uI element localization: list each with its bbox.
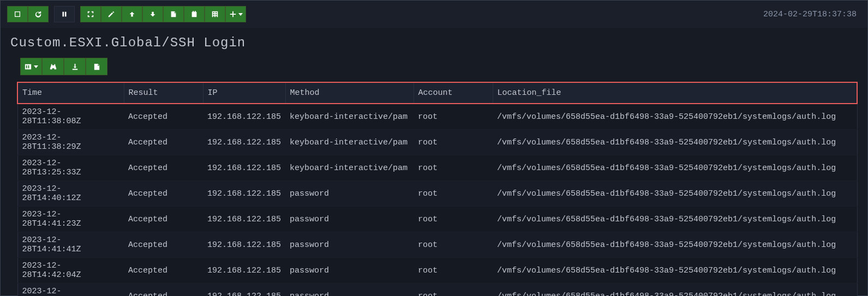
export-button[interactable]	[163, 6, 184, 22]
edit-button[interactable]	[101, 6, 122, 22]
cell-account: root	[414, 283, 493, 297]
cell-result: Accepted	[124, 181, 203, 207]
cell-method: keyboard-interactive/pam	[285, 155, 414, 181]
svg-rect-0	[15, 12, 20, 17]
table-row[interactable]: 2023-12-28T11:38:08ZAccepted192.168.122.…	[17, 104, 857, 130]
table-body: 2023-12-28T11:38:08ZAccepted192.168.122.…	[17, 104, 857, 296]
up-button[interactable]	[122, 6, 142, 22]
cell-location: /vmfs/volumes/658d55ea-d1bf6498-33a9-525…	[493, 104, 857, 130]
cell-method: keyboard-interactive/pam	[285, 130, 414, 155]
file-csv-icon	[93, 63, 101, 71]
cell-location: /vmfs/volumes/658d55ea-d1bf6498-33a9-525…	[493, 130, 857, 155]
cell-result: Accepted	[124, 283, 203, 297]
header-time[interactable]: Time	[17, 82, 124, 104]
table-row[interactable]: 2023-12-28T13:25:33ZAccepted192.168.122.…	[17, 155, 857, 181]
cell-method: password	[285, 232, 414, 258]
cell-result: Accepted	[124, 232, 203, 258]
file-export-icon	[170, 10, 177, 18]
download-button[interactable]	[64, 58, 86, 75]
header-method[interactable]: Method	[285, 82, 414, 104]
table-header-row: Time Result IP Method Account Location_f…	[17, 82, 857, 104]
square-icon	[14, 10, 21, 18]
cell-location: /vmfs/volumes/658d55ea-d1bf6498-33a9-525…	[493, 232, 857, 258]
cell-time: 2023-12-28T14:42:22Z	[17, 283, 124, 297]
top-toolbar: 2024-02-29T18:37:38	[1, 1, 867, 28]
cell-time: 2023-12-28T14:41:41Z	[17, 232, 124, 258]
cell-account: root	[414, 232, 493, 258]
cell-ip: 192.168.122.185	[203, 130, 285, 155]
app-frame: 2024-02-29T18:37:38 Custom.ESXI.Global/S…	[0, 0, 868, 296]
cell-location: /vmfs/volumes/658d55ea-d1bf6498-33a9-525…	[493, 155, 857, 181]
cell-time: 2023-12-28T11:38:08Z	[17, 104, 124, 130]
cell-result: Accepted	[124, 104, 203, 130]
header-account[interactable]: Account	[414, 82, 493, 104]
arrow-down-icon	[149, 10, 157, 18]
cell-ip: 192.168.122.185	[203, 104, 285, 130]
cell-result: Accepted	[124, 130, 203, 155]
cell-location: /vmfs/volumes/658d55ea-d1bf6498-33a9-525…	[493, 181, 857, 207]
table-toolbar	[1, 58, 867, 82]
binoculars-icon	[49, 63, 57, 71]
cell-account: root	[414, 207, 493, 232]
table-row[interactable]: 2023-12-28T14:42:04ZAccepted192.168.122.…	[17, 258, 857, 283]
table-row[interactable]: 2023-12-28T14:41:41ZAccepted192.168.122.…	[17, 232, 857, 258]
cell-location: /vmfs/volumes/658d55ea-d1bf6498-33a9-525…	[493, 207, 857, 232]
table-row[interactable]: 2023-12-28T11:38:29ZAccepted192.168.122.…	[17, 130, 857, 155]
cell-method: password	[285, 258, 414, 283]
pencil-icon	[107, 10, 115, 18]
svg-rect-1	[63, 12, 64, 17]
search-button[interactable]	[42, 58, 64, 75]
page-title: Custom.ESXI.Global/SSH Login	[1, 28, 867, 58]
cell-account: root	[414, 104, 493, 130]
chevron-down-icon	[238, 13, 243, 16]
add-dropdown-button[interactable]	[225, 6, 246, 22]
refresh-button[interactable]	[28, 6, 49, 22]
expand-icon	[87, 10, 94, 18]
cell-time: 2023-12-28T14:42:04Z	[17, 258, 124, 283]
cell-result: Accepted	[124, 155, 203, 181]
chevron-down-icon	[34, 65, 38, 68]
cell-account: root	[414, 258, 493, 283]
cell-ip: 192.168.122.185	[203, 232, 285, 258]
cell-method: password	[285, 283, 414, 297]
pause-icon	[61, 10, 68, 18]
cell-result: Accepted	[124, 258, 203, 283]
cell-time: 2023-12-28T14:40:12Z	[17, 181, 124, 207]
table-row[interactable]: 2023-12-28T14:40:12ZAccepted192.168.122.…	[17, 181, 857, 207]
clock-display: 2024-02-29T18:37:38	[759, 8, 861, 21]
cell-result: Accepted	[124, 207, 203, 232]
pause-button[interactable]	[54, 6, 75, 22]
cell-method: password	[285, 207, 414, 232]
results-table-container: Time Result IP Method Account Location_f…	[1, 82, 867, 296]
cell-method: password	[285, 181, 414, 207]
table-row[interactable]: 2023-12-28T14:41:23ZAccepted192.168.122.…	[17, 207, 857, 232]
cell-location: /vmfs/volumes/658d55ea-d1bf6498-33a9-525…	[493, 283, 857, 297]
cell-account: root	[414, 155, 493, 181]
calendar-button[interactable]	[184, 6, 205, 22]
cell-account: root	[414, 181, 493, 207]
cell-location: /vmfs/volumes/658d55ea-d1bf6498-33a9-525…	[493, 258, 857, 283]
cell-ip: 192.168.122.185	[203, 207, 285, 232]
results-table: Time Result IP Method Account Location_f…	[17, 82, 858, 296]
cell-ip: 192.168.122.185	[203, 155, 285, 181]
columns-dropdown-button[interactable]	[20, 58, 42, 75]
plus-icon	[229, 10, 237, 18]
stop-button[interactable]	[7, 6, 28, 22]
header-location[interactable]: Location_file	[493, 82, 857, 104]
csv-export-button[interactable]	[86, 58, 107, 75]
down-button[interactable]	[142, 6, 163, 22]
refresh-icon	[34, 10, 42, 18]
header-result[interactable]: Result	[124, 82, 203, 104]
cell-ip: 192.168.122.185	[203, 258, 285, 283]
cell-method: keyboard-interactive/pam	[285, 104, 414, 130]
calendar-icon	[190, 10, 198, 18]
table-icon	[211, 10, 219, 18]
header-ip[interactable]: IP	[203, 82, 285, 104]
table-button[interactable]	[205, 6, 225, 22]
table-row[interactable]: 2023-12-28T14:42:22ZAccepted192.168.122.…	[17, 283, 857, 297]
fullscreen-button[interactable]	[80, 6, 101, 22]
cell-time: 2023-12-28T14:41:23Z	[17, 207, 124, 232]
download-icon	[71, 63, 79, 71]
cell-ip: 192.168.122.185	[203, 181, 285, 207]
svg-rect-2	[65, 12, 67, 17]
